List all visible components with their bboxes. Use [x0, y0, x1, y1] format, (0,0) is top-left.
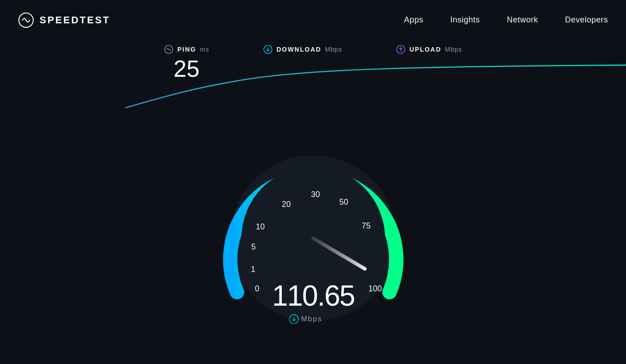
gauge-container: 0 1 5 10 20 30 50 75 100 110.65: [201, 131, 425, 355]
gauge-tick-0: 0: [254, 284, 259, 293]
gauge-tick-100: 100: [368, 284, 381, 293]
nav-apps[interactable]: Apps: [404, 15, 423, 25]
download-label: DOWNLOAD: [276, 46, 321, 53]
nav-insights[interactable]: Insights: [450, 15, 480, 25]
gauge-unit-label: Mbps: [301, 315, 322, 323]
gauge-tick-5: 5: [251, 242, 255, 251]
upload-icon: [396, 44, 406, 54]
speedtest-logo-icon: [18, 12, 34, 28]
nav-developers[interactable]: Developers: [565, 15, 608, 25]
gauge-speed-value: 110.65: [272, 280, 355, 312]
upload-label: UPLOAD: [409, 46, 441, 53]
ping-label: PING: [177, 46, 196, 53]
stats-row: PING ms 25 DOWNLOAD Mbps UPLOAD Mbps: [0, 44, 626, 82]
nav-network[interactable]: Network: [507, 15, 538, 25]
ping-stat: PING ms 25: [164, 44, 209, 82]
download-stat: DOWNLOAD Mbps: [263, 44, 342, 82]
gauge-svg: 0 1 5 10 20 30 50 75 100 110.65: [210, 131, 416, 324]
gauge-tick-10: 10: [255, 222, 264, 231]
gauge-tick-75: 75: [361, 221, 370, 230]
ping-unit: ms: [200, 46, 209, 53]
main-nav: Apps Insights Network Developers: [404, 15, 608, 25]
logo-area: SPEEDTEST: [18, 12, 110, 28]
download-unit: Mbps: [325, 46, 342, 53]
header: SPEEDTEST Apps Insights Network Develope…: [0, 0, 626, 40]
download-icon: [263, 44, 273, 54]
ping-label-row: PING ms: [164, 44, 209, 54]
ping-value: 25: [174, 56, 200, 82]
ping-icon: [164, 44, 174, 54]
gauge-tick-1: 1: [250, 265, 255, 274]
gauge-tick-30: 30: [311, 190, 320, 199]
gauge-tick-50: 50: [339, 197, 348, 206]
logo-text: SPEEDTEST: [39, 14, 110, 26]
upload-stat: UPLOAD Mbps: [396, 44, 462, 82]
gauge-tick-20: 20: [281, 200, 290, 209]
download-label-row: DOWNLOAD Mbps: [263, 44, 342, 54]
upload-label-row: UPLOAD Mbps: [396, 44, 462, 54]
gauge-svg-wrap: 0 1 5 10 20 30 50 75 100 110.65: [210, 131, 416, 324]
upload-unit: Mbps: [445, 46, 462, 53]
